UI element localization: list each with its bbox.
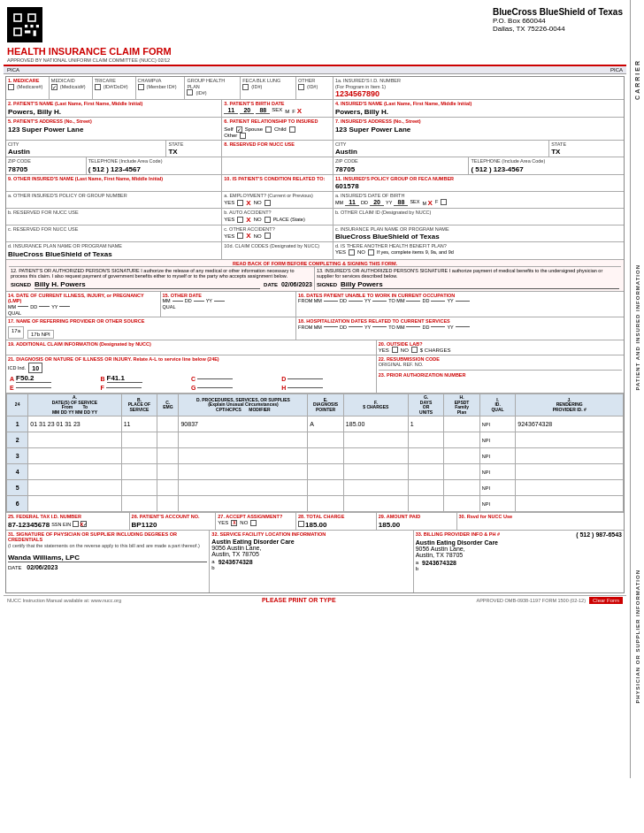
illness-dd [39, 306, 50, 307]
hosp-to-yy [456, 326, 470, 327]
patient-acct-label: 26. PATIENT'S ACCOUNT NO. [132, 514, 214, 520]
patient-zip-value: 78705 [8, 165, 84, 173]
auto-no-box[interactable] [264, 217, 271, 223]
diag-e [16, 387, 51, 388]
referring-label: 17. NAME OF REFERRING PROVIDER OR OTHER … [8, 318, 294, 325]
accept-yes-box[interactable]: X [231, 520, 237, 526]
dob-yy: 88 [256, 107, 270, 114]
employment-no-box[interactable] [264, 200, 271, 206]
rel-spouse-checkbox[interactable] [265, 126, 272, 133]
patient-city-value: Austin [8, 148, 164, 156]
patient-address-value: 123 Super Power Lane [8, 126, 219, 134]
champva-checkbox[interactable] [138, 84, 144, 90]
auto-label: b. AUTO ACCIDENT? [224, 210, 331, 216]
patient-phone-value: ( 512 ) 123-4567 [88, 165, 220, 173]
accept-no-box[interactable] [250, 520, 257, 526]
other-sub: (ID#) [307, 84, 318, 90]
billing-address: 9056 Austin Lane, [416, 546, 622, 552]
insured-phone-label: TELEPHONE (Include Area Code) [471, 158, 622, 164]
total-checkbox[interactable] [298, 521, 304, 527]
resubmission-label: 22. RESUBMISSION CODE [379, 356, 622, 363]
federal-tax-label: 25. FEDERAL TAX I.D. NUMBER [8, 514, 127, 520]
pica-left: PICA [7, 67, 19, 73]
insured-city-label: CITY [335, 141, 547, 148]
other-ins-label: OTHER [298, 78, 331, 84]
work-from-dd [349, 301, 363, 302]
patient-state-value: TX [168, 148, 219, 156]
another-yes-box[interactable] [349, 249, 355, 256]
row-billing-bottom: 25. FEDERAL TAX I.D. NUMBER 87-12345678 … [6, 513, 624, 531]
other-acc-no-box[interactable] [264, 233, 271, 239]
header-left: HEALTH INSURANCE CLAIM FORM APPROVED BY … [7, 7, 172, 63]
insured-dob-yy: 88 [394, 199, 408, 206]
work-to-dd [431, 301, 445, 302]
work-from-mm [324, 301, 338, 302]
diagnosis-label: 21. DIAGNOSIS OR NATURE OF ILLNESS OR IN… [8, 356, 374, 363]
row-c-fields: c. RESERVED FOR NUCC USE c. OTHER ACCIDE… [6, 225, 624, 243]
insured-zip-label: ZIP CODE [335, 158, 467, 164]
row-patient-address: 5. PATIENT'S ADDRESS (No., Street) 123 S… [6, 118, 624, 141]
outside-no-box[interactable] [411, 347, 418, 353]
group-checkbox[interactable] [187, 89, 193, 96]
other-policy-label: a. OTHER INSURED'S POLICY OR GROUP NUMBE… [8, 193, 219, 199]
city-label: CITY [8, 141, 164, 148]
other-acc-yes-box[interactable] [237, 233, 243, 239]
rel-self-checkbox[interactable] [236, 126, 242, 133]
approved-text: APPROVED OMB-0938-1197 FORM 1500 (02-12) [476, 598, 586, 603]
carrier-label: CARRIER [634, 59, 640, 100]
insured-phone-value: ( 512 ) 123-4567 [471, 165, 622, 173]
other-accident-label: c. OTHER ACCIDENT? [224, 226, 331, 233]
print-text: PLEASE PRINT OR TYPE [262, 597, 336, 603]
svg-rect-7 [25, 25, 27, 27]
diag-a: F50.2 [16, 374, 51, 383]
billing-b-label: b [416, 566, 418, 571]
col-id-qual: I.ID.QUAL [479, 394, 516, 416]
facility-npi-value: 9243674328 [218, 559, 253, 565]
patient-name-value: Powers, Billy H. [8, 108, 219, 116]
insured-sex-f[interactable] [441, 199, 447, 205]
service-line-4: 4 NPI [7, 464, 624, 480]
another-no-box[interactable] [368, 249, 374, 256]
icd-value: 10 [28, 363, 42, 373]
other-ins-checkbox[interactable] [298, 84, 304, 90]
svg-rect-11 [34, 30, 36, 35]
billing-npi-value: 9243674328 [422, 560, 456, 566]
header-right: BlueCross BlueShield of Texas P.O. Box 6… [493, 7, 623, 33]
ein-box[interactable]: X [80, 521, 87, 527]
svg-rect-10 [25, 30, 30, 33]
amount-paid-label: 29. AMOUNT PAID [379, 514, 455, 520]
company-po-box: P.O. Box 660044 [493, 17, 623, 25]
employment-yes-box[interactable] [237, 200, 243, 206]
medicaid-checkbox[interactable] [51, 84, 58, 90]
tricare-checkbox[interactable] [95, 84, 101, 90]
outside-lab-label: 20. OUTSIDE LAB? [379, 341, 622, 348]
rel-child-checkbox[interactable] [289, 126, 295, 133]
champva-label: CHAMPVA [138, 78, 183, 84]
claim-codes-label: 10d. CLAIM CODES (Designated by NUCC) [224, 243, 331, 249]
patient-signature: Billy H. Powers [34, 280, 260, 289]
col-charges: F.$ CHARGES [343, 394, 408, 416]
physician-date: 02/06/2023 [27, 564, 58, 570]
insured-auth-text: 13. INSURED'S OR AUTHORIZED PERSON'S SIG… [317, 268, 619, 279]
insured-id-value: 1234567890 [335, 89, 622, 98]
col-diag: E.DIAGNOSISPOINTER [308, 394, 344, 416]
sl1-charges: 185.00 [343, 416, 408, 432]
medicare-checkbox[interactable] [8, 84, 14, 90]
insured-dob-dd: 20 [370, 199, 384, 206]
outside-yes-box[interactable] [392, 347, 398, 353]
billing-label: 33. BILLING PROVIDER INFO & PH # [416, 531, 500, 538]
row-d-fields: d. INSURANCE PLAN NAME OR PROGRAM NAME B… [6, 242, 624, 260]
insured-signed-label: SIGNED [317, 282, 337, 287]
auto-yes-box[interactable] [237, 217, 243, 223]
facility-npi-a-label: a [211, 559, 214, 565]
row-zip-phone: ZIP CODE 78705 TELEPHONE (Include Area C… [6, 157, 624, 175]
additional-label: 19. ADDITIONAL CLAIM INFORMATION (Design… [8, 341, 374, 348]
billing-name: Austin Eating Disorder Care [416, 539, 622, 546]
diag-b: F41.1 [107, 374, 142, 383]
rel-other-checkbox[interactable] [240, 133, 246, 139]
feca-checkbox[interactable] [242, 84, 249, 90]
work-to-mm [406, 301, 420, 302]
clear-form-button[interactable]: Clear Form [589, 597, 623, 604]
ssn-box[interactable] [73, 521, 79, 527]
patient-acct-value: BP1120 [132, 521, 214, 529]
